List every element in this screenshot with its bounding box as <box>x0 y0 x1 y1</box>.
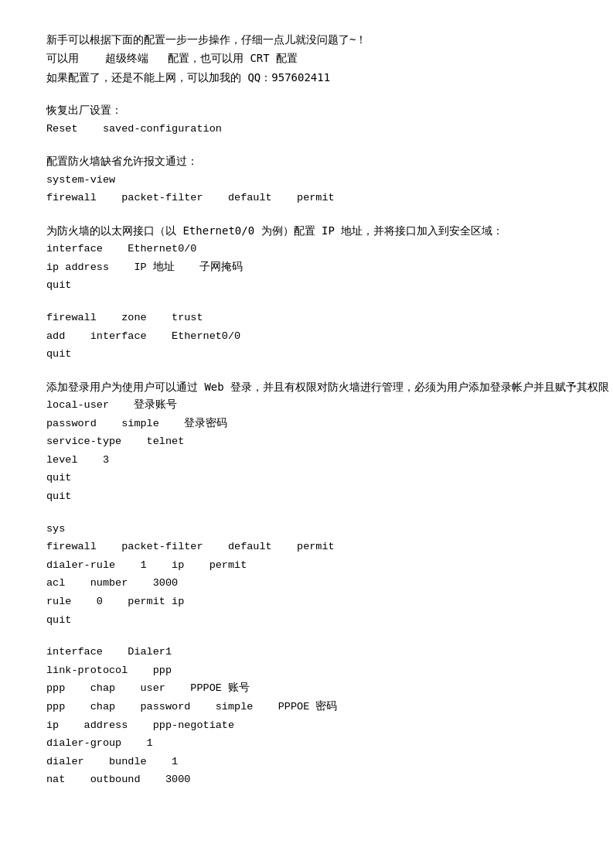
section3-code-1: interface Ethernet0/0 <box>46 241 567 258</box>
section6-code-2: link-protocol ppp <box>46 662 567 679</box>
section1-code-1: Reset saved-configuration <box>46 121 567 138</box>
section3-title: 为防火墙的以太网接口（以 Ethernet0/0 为例）配置 IP 地址，并将接… <box>46 222 567 239</box>
section3b-code-1: firewall zone trust <box>46 309 567 326</box>
section6-code-5: ip address ppp-negotiate <box>46 717 567 734</box>
section4-code-4: level 3 <box>46 452 567 469</box>
section3-code-2: ip address IP 地址 子网掩码 <box>46 259 567 276</box>
section4-code-5: quit <box>46 470 567 487</box>
section4-code-2: password simple 登录密码 <box>46 415 567 432</box>
section5-code-3: dialer-rule 1 ip permit <box>46 557 567 574</box>
section5-code-2: firewall packet-filter default permit <box>46 538 567 555</box>
section3-code-3: quit <box>46 277 567 294</box>
section2-code-1: system-view <box>46 172 567 189</box>
section6-code-3: ppp chap user PPPOE 账号 <box>46 680 567 697</box>
section2-code-2: firewall packet-filter default permit <box>46 190 567 207</box>
intro-line-2: 可以用 超级终端 配置，也可以用 CRT 配置 <box>46 50 567 67</box>
section5-code-4: acl number 3000 <box>46 575 567 592</box>
intro-line-1: 新手可以根据下面的配置一步一步操作，仔细一点儿就没问题了~！ <box>46 31 567 48</box>
section-factory-reset: 恢复出厂设置： Reset saved-configuration <box>46 101 567 137</box>
section-sys-config: sys firewall packet-filter default permi… <box>46 521 567 629</box>
section5-code-1: sys <box>46 521 567 538</box>
section5-code-6: quit <box>46 612 567 629</box>
section-firewall-default: 配置防火墙缺省允许报文通过： system-view firewall pack… <box>46 152 567 207</box>
section6-code-8: nat outbound 3000 <box>46 771 567 788</box>
section-login-user: 添加登录用户为使用户可以通过 Web 登录，并且有权限对防火墙进行管理，必须为用… <box>46 378 567 505</box>
section3b-code-2: add interface Ethernet0/0 <box>46 328 567 345</box>
section-zone-trust: firewall zone trust add interface Ethern… <box>46 309 567 363</box>
section4-title: 添加登录用户为使用户可以通过 Web 登录，并且有权限对防火墙进行管理，必须为用… <box>46 378 567 395</box>
section6-code-7: dialer bundle 1 <box>46 754 567 771</box>
section4-code-3: service-type telnet <box>46 433 567 450</box>
section4-code-6: quit <box>46 488 567 505</box>
section3b-code-3: quit <box>46 346 567 363</box>
section-interface-ip: 为防火墙的以太网接口（以 Ethernet0/0 为例）配置 IP 地址，并将接… <box>46 222 567 294</box>
section1-title: 恢复出厂设置： <box>46 101 567 118</box>
section6-code-4: ppp chap password simple PPPOE 密码 <box>46 699 567 716</box>
intro-line-3: 如果配置了，还是不能上网，可以加我的 QQ：957602411 <box>46 69 567 86</box>
main-content: 新手可以根据下面的配置一步一步操作，仔细一点儿就没问题了~！ 可以用 超级终端 … <box>46 31 567 788</box>
section6-code-1: interface Dialer1 <box>46 644 567 661</box>
intro-section: 新手可以根据下面的配置一步一步操作，仔细一点儿就没问题了~！ 可以用 超级终端 … <box>46 31 567 86</box>
section4-code-1: local-user 登录账号 <box>46 397 567 414</box>
section6-code-6: dialer-group 1 <box>46 735 567 752</box>
section-dialer-config: interface Dialer1 link-protocol ppp ppp … <box>46 644 567 788</box>
section2-title: 配置防火墙缺省允许报文通过： <box>46 152 567 169</box>
section5-code-5: rule 0 permit ip <box>46 593 567 610</box>
